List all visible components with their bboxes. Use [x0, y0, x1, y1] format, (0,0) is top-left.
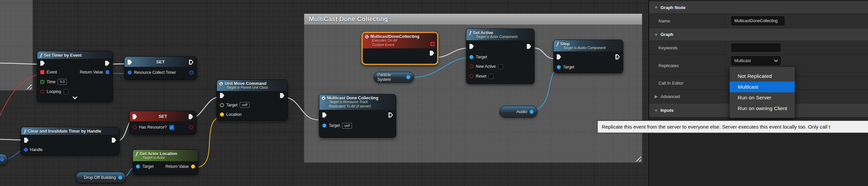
- reset-pin[interactable]: [469, 74, 473, 78]
- exec-in-pin[interactable]: [322, 113, 327, 118]
- exec-out-pin[interactable]: [105, 61, 110, 66]
- new-active-pin[interactable]: [469, 64, 473, 68]
- triangle-right-icon[interactable]: ▶: [652, 94, 660, 99]
- variable-label: Drop Off Building: [84, 175, 116, 180]
- comment-resize-handle[interactable]: [26, 84, 32, 89]
- blueprint-graph-canvas[interactable]: MultiCast Done Collecting ƒ: [0, 0, 648, 186]
- dropdown-option-not-replicated[interactable]: Not Replicated: [730, 71, 795, 82]
- node-clear-invalidate-timer[interactable]: ƒ Clear and Invalidate Timer by Handle H…: [21, 127, 120, 155]
- node-multicast-done-collecting-call[interactable]: Multicast Done Collecting Target is Reso…: [319, 94, 396, 138]
- looping-pin[interactable]: [40, 90, 44, 94]
- dropdown-option-run-on-server[interactable]: Run on Server: [730, 92, 795, 103]
- target-pin[interactable]: [220, 103, 224, 107]
- unreal-blueprint-editor: MultiCast Done Collecting ƒ: [0, 0, 868, 186]
- section-header-graph-node[interactable]: ▼ Graph Node: [649, 1, 868, 14]
- has-resource-checkbox[interactable]: ✓: [169, 125, 174, 130]
- exec-in-pin[interactable]: [128, 60, 132, 65]
- section-header-graph[interactable]: ▼ Graph: [649, 28, 868, 41]
- node-subtitle: Replicated To All (if server): [329, 104, 371, 108]
- exec-in-pin[interactable]: [24, 138, 29, 143]
- row-label: Call In Editor: [649, 81, 683, 86]
- variable-pill-drop-off-building[interactable]: Drop Off Building: [75, 172, 126, 183]
- node-set-timer-by-event[interactable]: ƒ Set Timer by Event Event Return Value …: [37, 51, 113, 102]
- triangle-down-icon[interactable]: ▼: [652, 5, 660, 9]
- event-delegate-pin[interactable]: [40, 70, 44, 74]
- time-value-input[interactable]: 4.0: [58, 79, 67, 85]
- dropdown-option-multicast[interactable]: Multicast: [730, 82, 795, 92]
- comment-box-left[interactable]: [0, 0, 33, 91]
- variable-out-pin[interactable]: [406, 75, 410, 79]
- variable-out-pin[interactable]: [118, 176, 122, 180]
- comment-resize-handle[interactable]: [636, 156, 641, 161]
- function-icon: ƒ: [556, 41, 558, 46]
- node-subtitle: Custom Event: [372, 43, 394, 46]
- dropdown-option-run-on-owning-client[interactable]: Run on owning Client: [730, 103, 795, 114]
- exec-out-pin[interactable]: [189, 114, 193, 119]
- node-set-resource-collect-timer[interactable]: SET Resource Collect Timer: [124, 56, 197, 80]
- node-unit-move-command[interactable]: Unit Move Command Target is Parent Unit …: [217, 80, 288, 121]
- exec-in-pin[interactable]: [220, 93, 224, 98]
- time-pin[interactable]: [40, 80, 44, 84]
- keywords-input[interactable]: [731, 43, 781, 52]
- node-subtitle: Target is Actor: [133, 155, 198, 161]
- exec-in-pin[interactable]: [469, 44, 474, 49]
- pin-label: Target: [226, 103, 238, 107]
- node-stop[interactable]: ƒ Stop Target is Audio Component Target: [553, 40, 623, 73]
- target-pin[interactable]: [557, 65, 561, 69]
- event-delegate-icon[interactable]: [431, 42, 434, 46]
- exec-in-pin[interactable]: [133, 114, 137, 119]
- row-name: Name MulticastDoneCollecting: [649, 14, 868, 28]
- looping-checkbox[interactable]: [63, 89, 68, 94]
- variable-in-pin[interactable]: [133, 125, 137, 129]
- exec-out-pin[interactable]: [112, 138, 116, 143]
- dropdown-selected-value: Multicast: [734, 58, 751, 63]
- variable-out-pin[interactable]: [189, 125, 193, 129]
- exec-in-pin[interactable]: [557, 54, 561, 59]
- reset-checkbox[interactable]: [489, 74, 494, 79]
- target-self-chip: self: [240, 102, 249, 108]
- pin-label: Target: [476, 55, 487, 59]
- variable-pill-audio[interactable]: Audio: [500, 106, 537, 118]
- triangle-down-icon[interactable]: ▼: [652, 108, 660, 113]
- variable-pill-particle-system[interactable]: Particle System: [374, 72, 414, 83]
- variable-pill-offscreen[interactable]: [0, 154, 8, 165]
- replicates-dropdown[interactable]: Multicast: [731, 56, 781, 65]
- variable-out-pin[interactable]: [0, 157, 4, 161]
- target-pin[interactable]: [322, 124, 327, 128]
- section-label: Advanced: [660, 94, 680, 99]
- pin-label: Has Resource?: [139, 125, 167, 130]
- node-multicast-done-collecting-event[interactable]: MulticastDoneCollecting Executes On All …: [362, 32, 438, 65]
- exec-out-pin[interactable]: [430, 51, 434, 56]
- node-subtitle: Target is Resource Truck: [329, 100, 368, 104]
- variable-out-pin[interactable]: [189, 70, 193, 74]
- return-value-pin[interactable]: [191, 164, 195, 168]
- variable-out-pin[interactable]: [530, 110, 533, 114]
- return-value-pin[interactable]: [105, 70, 110, 74]
- pin-label: Location: [226, 112, 241, 117]
- exec-out-pin[interactable]: [527, 44, 531, 49]
- target-pin[interactable]: [136, 164, 140, 168]
- exec-out-pin[interactable]: [189, 60, 193, 65]
- node-get-actor-location[interactable]: ƒ Get Actor Location Target is Actor Tar…: [133, 149, 198, 175]
- pin-label: Reset: [476, 74, 486, 79]
- node-set-has-resource[interactable]: SET Has Resource? ✓: [129, 111, 196, 134]
- exec-out-pin[interactable]: [280, 93, 284, 98]
- tooltip-text: Replicate this event from the server to …: [602, 124, 830, 130]
- function-icon: ƒ: [40, 53, 42, 58]
- triangle-down-icon[interactable]: ▼: [652, 33, 660, 37]
- variable-in-pin[interactable]: [128, 70, 132, 74]
- handle-pin[interactable]: [24, 147, 28, 152]
- new-active-checkbox[interactable]: [498, 64, 503, 69]
- exec-out-pin[interactable]: [616, 54, 620, 59]
- node-title: Set Timer by Event: [44, 53, 82, 58]
- location-pin[interactable]: [220, 113, 224, 117]
- exec-out-pin[interactable]: [389, 113, 393, 118]
- node-set-active[interactable]: ƒ Set Active Target is Actor Component T…: [466, 29, 534, 84]
- pin-label: Event: [47, 70, 57, 74]
- comment-title[interactable]: MultiCast Done Collecting: [304, 14, 642, 25]
- target-pin[interactable]: [469, 55, 473, 59]
- node-subtitle: Target is Parent Unit Class: [217, 85, 287, 91]
- exec-in-pin[interactable]: [40, 61, 45, 66]
- target-self-chip: self: [342, 123, 351, 129]
- name-input[interactable]: MulticastDoneCollecting: [731, 16, 785, 26]
